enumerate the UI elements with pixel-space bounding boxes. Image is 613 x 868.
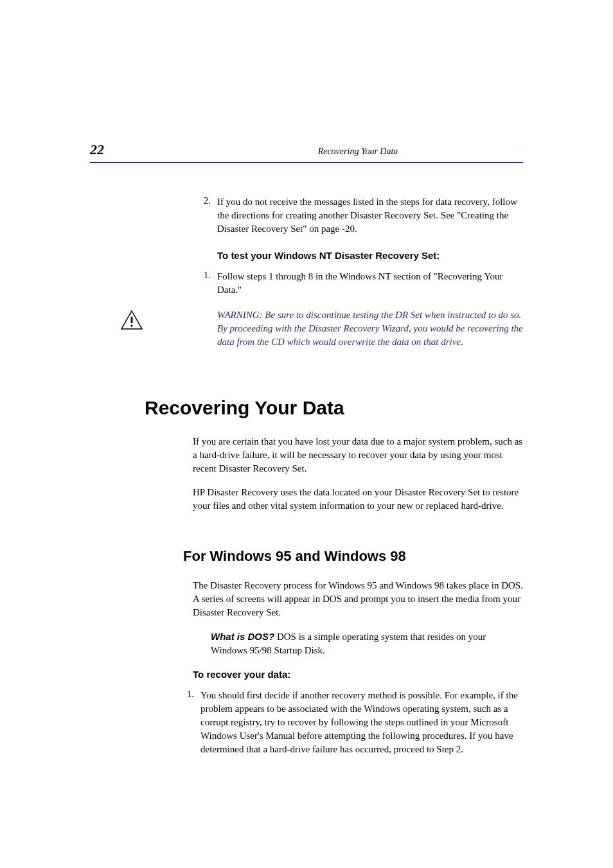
list-item: 1. Follow steps 1 through 8 in the Windo… bbox=[193, 270, 523, 297]
list-number: 1. bbox=[181, 689, 200, 756]
header-running-title: Recovering Your Data bbox=[193, 146, 523, 157]
list-number: 1. bbox=[193, 270, 217, 297]
warning-text: WARNING: Be sure to discontinue testing … bbox=[217, 308, 523, 349]
dos-callout: What is DOS? DOS is a simple operating s… bbox=[211, 630, 517, 657]
subsection-heading-recover: To recover your data: bbox=[193, 669, 523, 680]
page-content: 22 Recovering Your Data 2. If you do not… bbox=[0, 0, 613, 756]
svg-rect-0 bbox=[131, 317, 133, 323]
body-paragraph: HP Disaster Recovery uses the data locat… bbox=[193, 486, 523, 513]
subsection-heading-win95-98: For Windows 95 and Windows 98 bbox=[183, 548, 523, 565]
page-header: 22 Recovering Your Data bbox=[90, 141, 523, 163]
list-number: 2. bbox=[193, 195, 217, 236]
body-paragraph: If you are certain that you have lost yo… bbox=[193, 435, 523, 475]
warning-block: WARNING: Be sure to discontinue testing … bbox=[116, 308, 523, 349]
callout-lead: What is DOS? bbox=[211, 631, 274, 642]
list-text: If you do not receive the messages liste… bbox=[217, 195, 523, 236]
warning-icon bbox=[116, 308, 148, 330]
body-paragraph: The Disaster Recovery process for Window… bbox=[193, 579, 523, 619]
subsection-heading-nt: To test your Windows NT Disaster Recover… bbox=[217, 250, 523, 261]
svg-rect-1 bbox=[131, 325, 133, 327]
page-number: 22 bbox=[90, 141, 193, 158]
list-text: Follow steps 1 through 8 in the Windows … bbox=[217, 270, 523, 297]
list-item: 2. If you do not receive the messages li… bbox=[193, 195, 523, 236]
list-item: 1. You should first decide if another re… bbox=[181, 689, 523, 756]
list-text: You should first decide if another recov… bbox=[200, 689, 523, 756]
section-heading-recovering: Recovering Your Data bbox=[145, 397, 523, 419]
content-area: 2. If you do not receive the messages li… bbox=[193, 195, 523, 756]
